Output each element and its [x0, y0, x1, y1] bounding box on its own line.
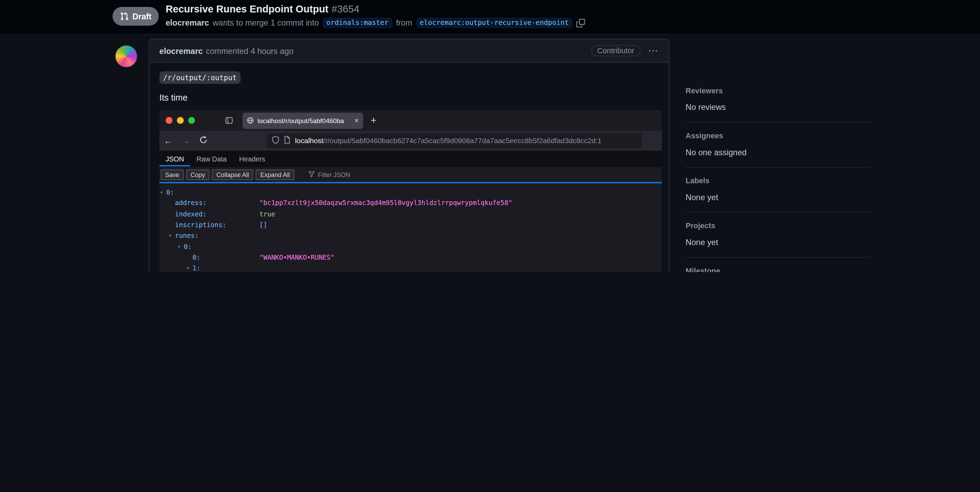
copy-button: Copy	[186, 169, 210, 180]
pr-header: Draft Recursive Runes Endpoint Output#36…	[0, 0, 980, 35]
twisty-icon: ▾	[178, 241, 181, 252]
comment-author-link[interactable]: elocremarc	[159, 46, 203, 55]
new-tab-button: +	[371, 115, 377, 126]
pr-merge-summary: elocremarc wants to merge 1 commit into …	[165, 18, 585, 28]
section-title: Labels	[686, 176, 871, 185]
json-value: "bc1pp7xzlt9jx50daqzw5rxmac3qd4m95l0vgyl…	[259, 198, 512, 208]
page-info-icon	[283, 136, 291, 146]
json-key: runes:	[175, 230, 199, 241]
section-title: Reviewers	[686, 86, 871, 95]
json-viewer-tabs: JSON Raw Data Headers	[159, 151, 662, 167]
forward-icon: →	[177, 136, 194, 146]
section-title: Milestone	[686, 267, 871, 272]
base-branch-ref[interactable]: ordinals:master	[323, 18, 392, 28]
json-key: 0:	[184, 241, 192, 252]
json-tree: ▾0: address:"bc1pp7xzlt9jx50daqzw5rxmac3…	[159, 183, 662, 272]
tab-headers: Headers	[233, 151, 271, 166]
json-row: ▾0:	[159, 187, 662, 198]
browser-nav-bar: ← → localhost/r/output/5ab	[159, 131, 662, 151]
contributor-badge: Contributor	[591, 45, 641, 56]
json-row: indexed:true	[159, 209, 662, 220]
reload-icon	[194, 136, 212, 146]
json-value: []	[259, 220, 267, 230]
comment-header: elocremarc commented 4 hours ago Contrib…	[149, 40, 669, 62]
url-text: localhost/r/output/5abf0460bacb6274c7a5c…	[295, 137, 601, 145]
json-value: "WANKO•MANKO•RUNES"	[259, 252, 334, 263]
json-row: ▾0:	[159, 241, 662, 252]
pr-number: #3654	[332, 4, 360, 14]
copy-branch-icon[interactable]	[576, 18, 585, 27]
comment-card: elocremarc commented 4 hours ago Contrib…	[149, 39, 670, 272]
comment-author-avatar[interactable]	[116, 46, 137, 67]
shield-icon	[272, 136, 280, 146]
url-path: /r/output/5abf0460bacb6274c7a5cac5f9d090…	[323, 137, 601, 145]
sidebar-section-projects: Projects None yet	[686, 212, 871, 257]
url-bar: localhost/r/output/5abf0460bacb6274c7a5c…	[267, 133, 642, 148]
comment-options-button[interactable]: ⋯	[648, 46, 659, 56]
endpoint-code-span: /r/output/:output	[159, 71, 240, 84]
json-viewer-toolbar: Save Copy Collapse All Expand All Filter…	[159, 167, 662, 182]
section-body: None yet	[686, 193, 871, 202]
json-row: ▾1:	[159, 263, 662, 272]
pr-title: Recursive Runes Endpoint Output	[165, 4, 328, 14]
sidebar-section-labels: Labels None yet	[686, 168, 871, 212]
tab-raw-data: Raw Data	[190, 151, 233, 166]
git-pull-request-icon	[120, 12, 129, 21]
firefox-view-icon	[225, 117, 233, 125]
comment-paragraph: Its time	[159, 93, 659, 103]
save-button: Save	[161, 169, 184, 180]
twisty-icon: ▾	[160, 187, 163, 198]
section-title: Projects	[686, 221, 871, 230]
traffic-light-close-icon	[165, 117, 172, 124]
sidebar-section-reviewers: Reviewers No reviews	[686, 77, 871, 122]
globe-favicon-icon	[247, 117, 254, 124]
json-value: true	[259, 209, 275, 220]
tab-close-icon: ×	[355, 116, 359, 125]
comment-body: /r/output/:output Its time	[149, 62, 669, 272]
twisty-icon: ▾	[186, 263, 189, 272]
json-key: 0:	[166, 187, 174, 198]
json-key: 1:	[192, 263, 200, 272]
section-body: No one assigned	[686, 148, 871, 157]
comment-meta: commented 4 hours ago	[206, 46, 294, 55]
json-row: 0:"WANKO•MANKO•RUNES"	[159, 252, 662, 263]
url-host: localhost	[295, 137, 323, 145]
json-row: address:"bc1pp7xzlt9jx50daqzw5rxmac3qd4m…	[159, 198, 662, 208]
filter-json-label: Filter JSON	[318, 171, 350, 178]
page: Draft Recursive Runes Endpoint Output#36…	[0, 0, 980, 272]
section-title: Assignees	[686, 131, 871, 140]
draft-status-badge: Draft	[113, 7, 159, 26]
sidebar-section-assignees: Assignees No one assigned	[686, 123, 871, 168]
traffic-light-minimize-icon	[177, 117, 184, 124]
twisty-icon: ▾	[169, 230, 172, 241]
section-body: No reviews	[686, 103, 871, 112]
pr-author-link[interactable]: elocremarc	[165, 18, 209, 27]
browser-tab-title: localhost/r/output/5abf0460ba	[257, 117, 352, 124]
merge-from-text: from	[396, 18, 412, 27]
sidebar-section-milestone: Milestone No milestone	[686, 257, 871, 272]
expand-all-button: Expand All	[256, 169, 294, 180]
browser-tab: localhost/r/output/5abf0460ba ×	[242, 112, 363, 129]
collapse-all-button: Collapse All	[212, 169, 253, 180]
filter-funnel-icon	[308, 171, 315, 179]
json-key: inscriptions:	[175, 220, 227, 230]
json-row: inscriptions:[]	[159, 220, 662, 230]
json-row: ▾runes:	[159, 230, 662, 241]
json-key: 0:	[192, 252, 200, 263]
section-body: None yet	[686, 238, 871, 247]
json-key: address:	[175, 198, 207, 208]
browser-tab-strip: localhost/r/output/5abf0460ba × +	[159, 110, 662, 131]
traffic-light-zoom-icon	[188, 117, 195, 124]
sidebar: Reviewers No reviews Assignees No one as…	[686, 77, 871, 272]
filter-json-input: Filter JSON	[308, 171, 350, 179]
head-branch-ref[interactable]: elocremarc:output-recursive-endpoint	[416, 18, 573, 28]
draft-label: Draft	[133, 11, 152, 21]
merge-text: wants to merge 1 commit into	[213, 18, 319, 27]
embedded-browser-screenshot[interactable]: localhost/r/output/5abf0460ba × + ← →	[159, 110, 662, 272]
back-icon: ←	[159, 136, 177, 146]
json-key: indexed:	[175, 209, 207, 220]
tab-json: JSON	[159, 151, 190, 166]
